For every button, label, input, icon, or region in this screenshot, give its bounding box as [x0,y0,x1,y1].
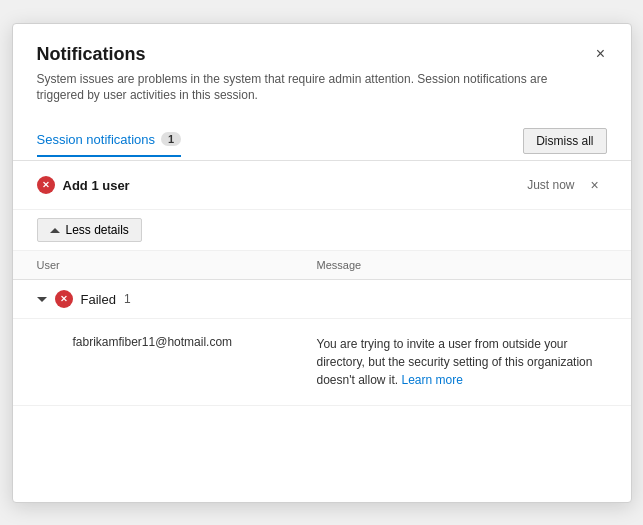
less-details-button[interactable]: Less details [37,218,142,242]
tab-badge: 1 [161,132,181,146]
dismiss-notification-button[interactable]: × [583,173,607,197]
learn-more-link[interactable]: Learn more [402,373,463,387]
tab-session-notifications[interactable]: Session notifications 1 [37,132,182,157]
dialog-title: Notifications [37,44,607,65]
failed-count: 1 [124,292,131,306]
notification-row: Add 1 user Just now × [13,161,631,210]
dialog-subtitle: System issues are problems in the system… [37,71,557,105]
dismiss-all-button[interactable]: Dismiss all [523,128,606,154]
error-icon [37,176,55,194]
data-row: fabrikamfiber11@hotmail.com You are tryi… [13,319,631,406]
tab-label: Session notifications [37,132,156,147]
failed-label: Failed [81,292,116,307]
table-header: User Message [13,251,631,280]
notification-title: Add 1 user [63,178,130,193]
failed-group-row[interactable]: Failed 1 [13,280,631,319]
column-header-user: User [37,259,317,271]
notification-right: Just now × [527,173,606,197]
details-toggle-label: Less details [66,223,129,237]
notifications-dialog: Notifications System issues are problems… [12,23,632,503]
failed-error-icon [55,290,73,308]
tabs-bar: Session notifications 1 Dismiss all [13,120,631,161]
notification-left: Add 1 user [37,176,130,194]
chevron-down-icon [37,297,47,302]
dialog-header: Notifications System issues are problems… [13,24,631,113]
notification-time: Just now [527,178,574,192]
column-header-message: Message [317,259,607,271]
data-row-message: You are trying to invite a user from out… [317,335,607,389]
chevron-up-icon [50,228,60,233]
details-toggle[interactable]: Less details [13,210,631,251]
close-button[interactable]: × [587,40,615,68]
data-row-user: fabrikamfiber11@hotmail.com [37,335,317,389]
